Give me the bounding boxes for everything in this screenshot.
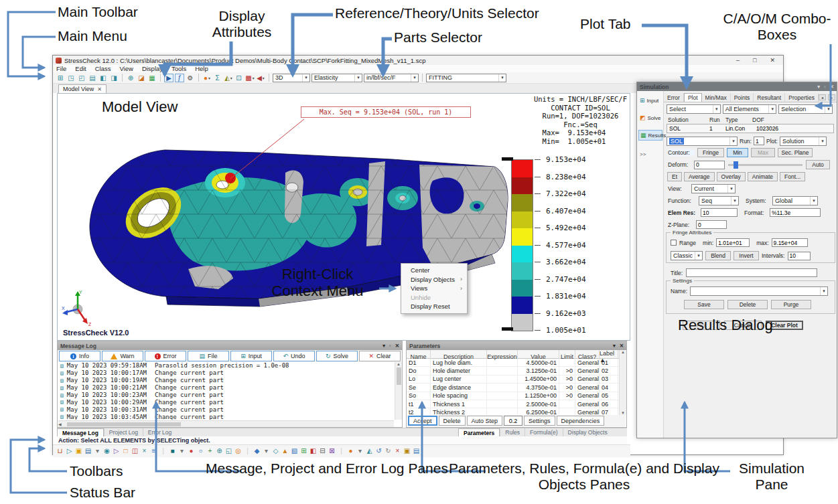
blend-button[interactable]: Blend bbox=[705, 251, 731, 260]
close-icon[interactable]: ✕ bbox=[395, 343, 399, 349]
toolbar-icon[interactable]: ▣ bbox=[75, 446, 82, 455]
slider-thumb[interactable] bbox=[734, 161, 738, 169]
simulation-tab[interactable]: Plot bbox=[684, 93, 702, 102]
pane-title-bar[interactable]: Simulation ▾▫✕ bbox=[637, 82, 837, 91]
info-filter-button[interactable]: Info bbox=[59, 351, 100, 361]
toolbar-icon[interactable]: ↺ bbox=[375, 446, 382, 455]
toolbar-icon[interactable]: ◱ bbox=[225, 446, 232, 455]
log-entry[interactable]: May 10 2023 10:00:23AMChange current par… bbox=[58, 392, 394, 399]
plot-action-button[interactable]: Animate bbox=[748, 172, 778, 181]
pin-icon[interactable]: ▾ bbox=[817, 84, 820, 90]
menu-item[interactable]: Edit bbox=[75, 65, 86, 72]
log-entry[interactable]: May 10 2023 10:00:29AMChange current par… bbox=[58, 398, 394, 406]
fringe-max-input[interactable] bbox=[772, 238, 808, 247]
display-attribute-icon[interactable]: ▩▾ bbox=[245, 74, 255, 82]
toolbar-icon[interactable]: ⊠ bbox=[328, 446, 336, 455]
toolbar-icon[interactable]: □ bbox=[122, 446, 129, 455]
rail-expand-button[interactable]: >> bbox=[638, 149, 662, 159]
clear-button[interactable]: ✕Clear bbox=[359, 351, 401, 361]
plot-action-button[interactable]: Average bbox=[684, 172, 715, 181]
close-tab-icon[interactable]: ✕ bbox=[97, 86, 102, 92]
pane-title-bar[interactable]: Parameters ▾✕ bbox=[407, 341, 626, 350]
settings-gear-icon[interactable]: ⚙ bbox=[186, 74, 195, 82]
context-menu-item[interactable]: Center bbox=[401, 266, 467, 275]
fringe-button[interactable]: Fringe bbox=[697, 148, 724, 157]
log-pane-tab[interactable]: Message Log bbox=[57, 428, 104, 436]
toolbar-icon[interactable]: ▤ bbox=[88, 74, 97, 82]
plot-action-button[interactable]: Overlay bbox=[717, 172, 746, 181]
undo-filter-button[interactable]: ↶Undo bbox=[273, 351, 315, 361]
simulation-tab[interactable]: Points bbox=[731, 93, 754, 102]
error-filter-button[interactable]: Error bbox=[145, 351, 186, 361]
close-icon[interactable]: ✕ bbox=[830, 84, 834, 90]
delete-button[interactable]: Delete bbox=[439, 416, 466, 426]
table-row[interactable]: D1Lug hole diam. 4.5000e-01 General01 bbox=[407, 359, 626, 367]
float-icon[interactable]: ▫ bbox=[389, 343, 391, 349]
fringe-min-input[interactable] bbox=[716, 238, 750, 247]
menu-item[interactable]: Display bbox=[142, 65, 163, 72]
simulation-tab[interactable]: Error bbox=[664, 93, 684, 102]
range-checkbox[interactable] bbox=[671, 240, 677, 246]
menu-item[interactable]: Class bbox=[95, 65, 111, 72]
settings-button[interactable]: Purge bbox=[771, 300, 811, 309]
settings-button[interactable]: Settings bbox=[524, 416, 555, 426]
toolbar-icon[interactable]: ▣ bbox=[403, 446, 411, 455]
menu-item[interactable]: View bbox=[119, 65, 133, 72]
zplane-input[interactable] bbox=[696, 220, 727, 229]
minimize-button[interactable]: – bbox=[736, 57, 740, 64]
toolbar-icon[interactable]: ◭ bbox=[366, 446, 373, 455]
log-pane-tab[interactable]: Project Log bbox=[104, 428, 143, 436]
toolbar-icon[interactable]: ● bbox=[188, 446, 195, 455]
toolbar-icon[interactable]: ▷ bbox=[66, 446, 73, 455]
toolbar-icon[interactable]: | bbox=[338, 446, 345, 455]
toolbar-icon[interactable]: × bbox=[394, 446, 401, 455]
parameter-pane-tab[interactable]: Parameters bbox=[458, 428, 500, 436]
warn-filter-button[interactable]: Warn bbox=[102, 351, 143, 361]
chevron-down-icon[interactable] bbox=[498, 74, 506, 82]
toolbar-icon[interactable]: ⊕ bbox=[126, 74, 135, 82]
table-row[interactable]: SeEdge distance 4.3750e-01>0 General04 bbox=[407, 384, 626, 392]
system-combo[interactable]: Global bbox=[772, 196, 818, 205]
menu-item[interactable]: Tools bbox=[171, 65, 186, 72]
auto-step-button[interactable]: Auto Step bbox=[467, 416, 503, 426]
model-view[interactable]: Units = INCH/LBF/SEC/F CONTACT ID=SOL Ru… bbox=[57, 93, 630, 341]
fringe-style-combo[interactable]: Classic bbox=[671, 251, 703, 260]
context-menu-item[interactable]: Display Objects› bbox=[401, 275, 467, 284]
close-button[interactable]: ✕ bbox=[770, 57, 775, 64]
chevron-down-icon[interactable] bbox=[411, 74, 418, 82]
close-icon[interactable]: ✕ bbox=[620, 343, 624, 349]
maximize-button[interactable]: □ bbox=[753, 57, 756, 64]
horizontal-scrollbar[interactable]: ◀ bbox=[58, 420, 394, 427]
step-input[interactable] bbox=[504, 416, 522, 426]
toolbar-icon[interactable]: ▦ bbox=[147, 74, 157, 82]
selection-combo[interactable]: All Elements bbox=[723, 104, 777, 114]
tab-model-view[interactable]: Model View ✕ bbox=[58, 84, 107, 93]
dependencies-button[interactable]: Dependencies bbox=[557, 416, 605, 426]
settings-button[interactable]: Save bbox=[684, 300, 724, 309]
pane-title-bar[interactable]: Message Log ▾▫✕ bbox=[58, 341, 402, 350]
toolbar-icon[interactable]: ▾ bbox=[94, 446, 101, 455]
toolbar-icon[interactable]: ▶ bbox=[164, 74, 173, 82]
toolbar-icon[interactable]: ◧ bbox=[309, 446, 317, 455]
menu-item[interactable]: File bbox=[56, 65, 66, 72]
log-entry[interactable]: May 10 2023 10:03:45AMChange current par… bbox=[58, 413, 394, 420]
vertical-scrollbar[interactable]: ▲ bbox=[395, 362, 402, 420]
toolbar-icon[interactable]: ⊕ bbox=[216, 446, 223, 455]
toolbar-icon[interactable]: ▤ bbox=[84, 446, 92, 455]
file-filter-button[interactable]: ▤File bbox=[188, 351, 229, 361]
log-entry[interactable]: May 10 2023 10:00:21AMChange current par… bbox=[58, 384, 394, 392]
menu-item[interactable]: Help bbox=[195, 65, 208, 72]
tab-scroll-right-icon[interactable]: ▸ bbox=[828, 94, 835, 100]
display-attribute-icon[interactable]: ◀▾ bbox=[256, 74, 265, 82]
plot-action-button[interactable]: Et bbox=[667, 172, 682, 181]
toolbar-icon[interactable]: ◆ bbox=[253, 446, 261, 455]
display-attribute-icon[interactable]: ●▾ bbox=[202, 74, 212, 82]
toolbar-icon[interactable]: ◳ bbox=[66, 74, 76, 82]
toolbar-icon[interactable]: ◨ bbox=[109, 74, 119, 82]
toolbar-icon[interactable]: × bbox=[141, 446, 148, 455]
toolbar-icon[interactable]: ⊔ bbox=[56, 446, 64, 455]
input-filter-button[interactable]: ⊞Input bbox=[230, 351, 272, 361]
table-row[interactable]: SoHole spacing 1.1250e+00>0 General05 bbox=[407, 392, 626, 400]
run-input[interactable] bbox=[754, 137, 764, 145]
context-menu-item[interactable]: Unhide bbox=[401, 293, 467, 303]
